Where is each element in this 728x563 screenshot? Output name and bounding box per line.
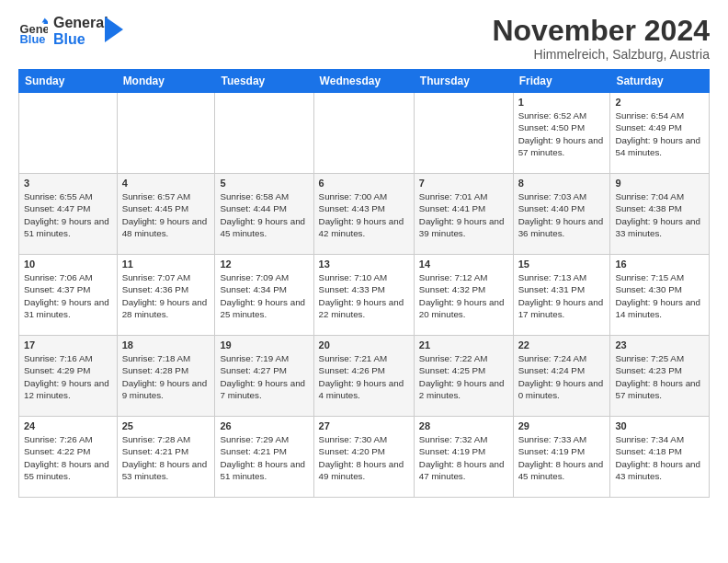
day-cell-4-4: 28Sunrise: 7:32 AM Sunset: 4:19 PM Dayli… (414, 417, 513, 498)
location: Himmelreich, Salzburg, Austria (492, 47, 710, 62)
day-cell-0-1 (117, 93, 215, 174)
day-info: Sunrise: 7:29 AM Sunset: 4:21 PM Dayligh… (220, 433, 308, 482)
day-number: 4 (122, 178, 210, 189)
day-cell-0-4 (414, 93, 513, 174)
day-info: Sunrise: 7:26 AM Sunset: 4:22 PM Dayligh… (24, 433, 112, 482)
day-cell-2-4: 14Sunrise: 7:12 AM Sunset: 4:32 PM Dayli… (414, 255, 513, 336)
day-number: 5 (220, 178, 308, 189)
day-number: 21 (419, 339, 508, 350)
logo-blue: Blue (53, 31, 108, 48)
day-number: 1 (518, 97, 606, 108)
calendar-header-row: Sunday Monday Tuesday Wednesday Thursday… (19, 70, 710, 93)
day-cell-3-0: 17Sunrise: 7:16 AM Sunset: 4:29 PM Dayli… (19, 336, 118, 417)
day-cell-1-6: 9Sunrise: 7:04 AM Sunset: 4:38 PM Daylig… (610, 174, 710, 255)
day-info: Sunrise: 6:54 AM Sunset: 4:49 PM Dayligh… (615, 109, 704, 158)
day-cell-4-2: 26Sunrise: 7:29 AM Sunset: 4:21 PM Dayli… (215, 417, 313, 498)
day-number: 13 (319, 259, 409, 270)
day-number: 27 (319, 420, 409, 431)
day-number: 7 (419, 178, 508, 189)
week-row-0: 1Sunrise: 6:52 AM Sunset: 4:50 PM Daylig… (19, 93, 710, 174)
day-info: Sunrise: 7:15 AM Sunset: 4:30 PM Dayligh… (615, 271, 704, 320)
day-number: 28 (419, 420, 508, 431)
day-info: Sunrise: 6:58 AM Sunset: 4:44 PM Dayligh… (220, 190, 308, 239)
day-info: Sunrise: 7:16 AM Sunset: 4:29 PM Dayligh… (24, 352, 112, 401)
day-info: Sunrise: 7:18 AM Sunset: 4:28 PM Dayligh… (122, 352, 210, 401)
day-number: 12 (220, 259, 308, 270)
day-number: 17 (24, 339, 112, 350)
col-tuesday: Tuesday (215, 70, 313, 93)
day-info: Sunrise: 7:32 AM Sunset: 4:19 PM Dayligh… (419, 433, 508, 482)
day-number: 11 (122, 259, 210, 270)
day-info: Sunrise: 7:25 AM Sunset: 4:23 PM Dayligh… (615, 352, 704, 401)
day-info: Sunrise: 6:52 AM Sunset: 4:50 PM Dayligh… (518, 109, 606, 158)
day-cell-0-5: 1Sunrise: 6:52 AM Sunset: 4:50 PM Daylig… (513, 93, 610, 174)
day-cell-1-2: 5Sunrise: 6:58 AM Sunset: 4:44 PM Daylig… (215, 174, 313, 255)
day-info: Sunrise: 7:01 AM Sunset: 4:41 PM Dayligh… (419, 190, 508, 239)
day-info: Sunrise: 6:57 AM Sunset: 4:45 PM Dayligh… (122, 190, 210, 239)
day-cell-3-5: 22Sunrise: 7:24 AM Sunset: 4:24 PM Dayli… (513, 336, 610, 417)
week-row-1: 3Sunrise: 6:55 AM Sunset: 4:47 PM Daylig… (19, 174, 710, 255)
day-cell-2-5: 15Sunrise: 7:13 AM Sunset: 4:31 PM Dayli… (513, 255, 610, 336)
day-cell-2-6: 16Sunrise: 7:15 AM Sunset: 4:30 PM Dayli… (610, 255, 710, 336)
day-info: Sunrise: 7:28 AM Sunset: 4:21 PM Dayligh… (122, 433, 210, 482)
col-saturday: Saturday (610, 70, 710, 93)
day-number: 23 (615, 339, 704, 350)
day-cell-4-5: 29Sunrise: 7:33 AM Sunset: 4:19 PM Dayli… (513, 417, 610, 498)
day-number: 10 (24, 259, 112, 270)
page: General Blue General Blue November 2024 … (0, 0, 728, 507)
day-info: Sunrise: 7:22 AM Sunset: 4:25 PM Dayligh… (419, 352, 508, 401)
month-title: November 2024 (492, 15, 710, 47)
day-cell-3-1: 18Sunrise: 7:18 AM Sunset: 4:28 PM Dayli… (117, 336, 215, 417)
day-info: Sunrise: 7:06 AM Sunset: 4:37 PM Dayligh… (24, 271, 112, 320)
day-cell-2-3: 13Sunrise: 7:10 AM Sunset: 4:33 PM Dayli… (313, 255, 414, 336)
day-cell-0-3 (313, 93, 414, 174)
day-cell-4-1: 25Sunrise: 7:28 AM Sunset: 4:21 PM Dayli… (117, 417, 215, 498)
day-number: 29 (518, 420, 606, 431)
day-info: Sunrise: 7:24 AM Sunset: 4:24 PM Dayligh… (518, 352, 606, 401)
week-row-2: 10Sunrise: 7:06 AM Sunset: 4:37 PM Dayli… (19, 255, 710, 336)
day-number: 16 (615, 259, 704, 270)
day-cell-0-0 (19, 93, 118, 174)
day-cell-1-1: 4Sunrise: 6:57 AM Sunset: 4:45 PM Daylig… (117, 174, 215, 255)
day-info: Sunrise: 7:03 AM Sunset: 4:40 PM Dayligh… (518, 190, 606, 239)
day-number: 9 (615, 178, 704, 189)
day-info: Sunrise: 7:09 AM Sunset: 4:34 PM Dayligh… (220, 271, 308, 320)
day-cell-2-1: 11Sunrise: 7:07 AM Sunset: 4:36 PM Dayli… (117, 255, 215, 336)
day-number: 3 (24, 178, 112, 189)
header: General Blue General Blue November 2024 … (18, 15, 710, 62)
day-cell-3-6: 23Sunrise: 7:25 AM Sunset: 4:23 PM Dayli… (610, 336, 710, 417)
day-number: 18 (122, 339, 210, 350)
day-number: 20 (319, 339, 409, 350)
day-cell-0-2 (215, 93, 313, 174)
logo-arrow-icon (105, 17, 123, 42)
day-cell-3-3: 20Sunrise: 7:21 AM Sunset: 4:26 PM Dayli… (313, 336, 414, 417)
day-number: 25 (122, 420, 210, 431)
day-cell-2-2: 12Sunrise: 7:09 AM Sunset: 4:34 PM Dayli… (215, 255, 313, 336)
day-info: Sunrise: 7:21 AM Sunset: 4:26 PM Dayligh… (319, 352, 409, 401)
day-number: 2 (615, 97, 704, 108)
col-monday: Monday (117, 70, 215, 93)
day-info: Sunrise: 6:55 AM Sunset: 4:47 PM Dayligh… (24, 190, 112, 239)
logo-general: General (53, 15, 108, 31)
col-sunday: Sunday (19, 70, 118, 93)
day-number: 15 (518, 259, 606, 270)
day-cell-1-3: 6Sunrise: 7:00 AM Sunset: 4:43 PM Daylig… (313, 174, 414, 255)
day-cell-3-4: 21Sunrise: 7:22 AM Sunset: 4:25 PM Dayli… (414, 336, 513, 417)
day-number: 19 (220, 339, 308, 350)
logo: General Blue General Blue (18, 15, 123, 48)
day-number: 8 (518, 178, 606, 189)
day-info: Sunrise: 7:30 AM Sunset: 4:20 PM Dayligh… (319, 433, 409, 482)
day-number: 22 (518, 339, 606, 350)
day-number: 26 (220, 420, 308, 431)
day-info: Sunrise: 7:33 AM Sunset: 4:19 PM Dayligh… (518, 433, 606, 482)
title-block: November 2024 Himmelreich, Salzburg, Aus… (492, 15, 710, 62)
day-info: Sunrise: 7:13 AM Sunset: 4:31 PM Dayligh… (518, 271, 606, 320)
calendar: Sunday Monday Tuesday Wednesday Thursday… (18, 69, 710, 498)
day-cell-4-0: 24Sunrise: 7:26 AM Sunset: 4:22 PM Dayli… (19, 417, 118, 498)
col-wednesday: Wednesday (313, 70, 414, 93)
day-info: Sunrise: 7:10 AM Sunset: 4:33 PM Dayligh… (319, 271, 409, 320)
col-thursday: Thursday (414, 70, 513, 93)
week-row-4: 24Sunrise: 7:26 AM Sunset: 4:22 PM Dayli… (19, 417, 710, 498)
logo-icon: General Blue (18, 17, 48, 46)
day-cell-4-6: 30Sunrise: 7:34 AM Sunset: 4:18 PM Dayli… (610, 417, 710, 498)
